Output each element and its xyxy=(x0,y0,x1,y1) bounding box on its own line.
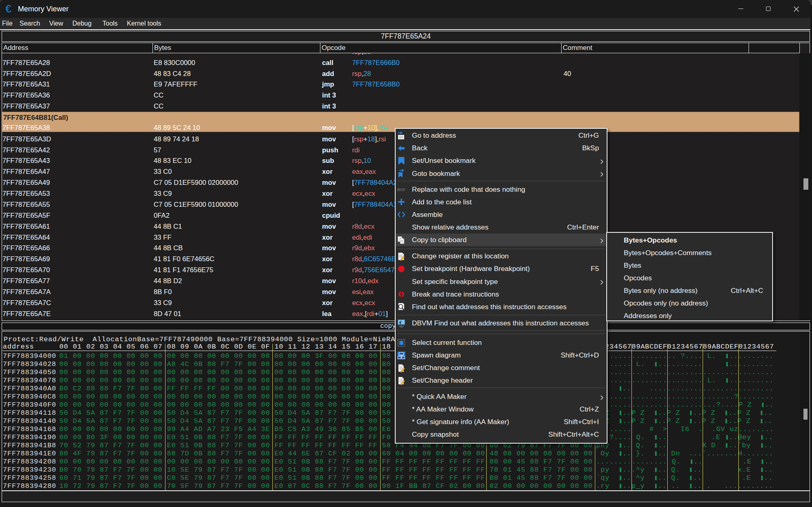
svg-text:NOP: NOP xyxy=(397,188,405,192)
svg-text:€: € xyxy=(399,320,402,325)
